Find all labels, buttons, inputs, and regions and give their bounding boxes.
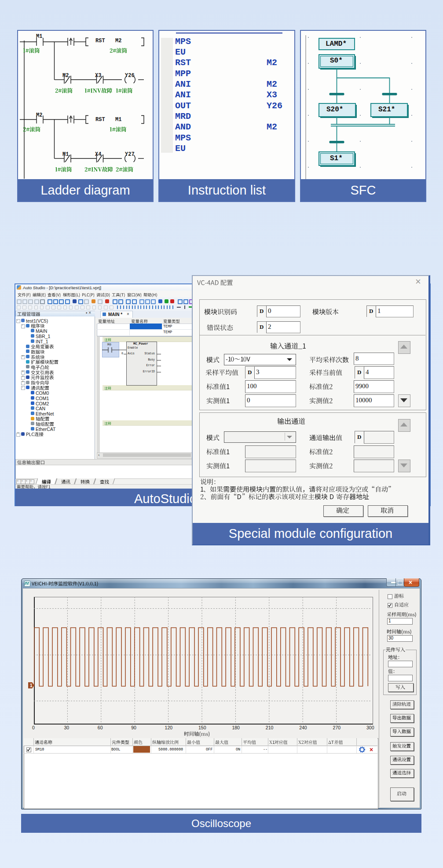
svg-text:1: 1 xyxy=(30,683,33,688)
